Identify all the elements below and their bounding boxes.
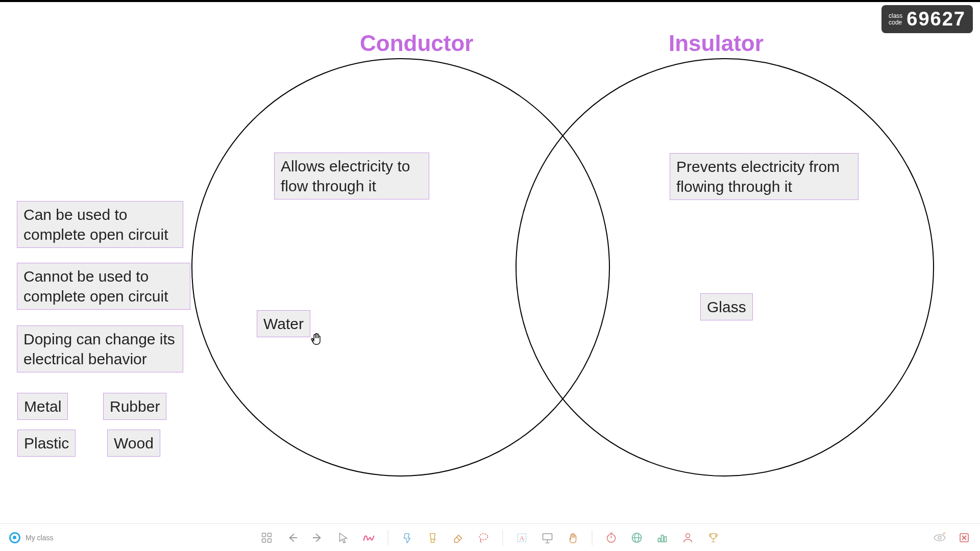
- svg-line-22: [943, 533, 945, 534]
- eraser-icon[interactable]: [452, 531, 465, 544]
- svg-rect-1: [268, 533, 272, 537]
- toolbar-separator: [388, 530, 388, 545]
- card-wood[interactable]: Wood: [107, 430, 160, 457]
- svg-point-5: [480, 534, 488, 540]
- arrow-right-icon[interactable]: [311, 531, 325, 544]
- toolbar-right: [933, 531, 971, 544]
- trophy-icon[interactable]: [707, 531, 720, 544]
- arrow-left-icon[interactable]: [286, 531, 299, 544]
- bottom-toolbar: My class A: [0, 523, 980, 551]
- svg-point-21: [938, 536, 941, 539]
- svg-rect-2: [262, 539, 266, 542]
- svg-rect-18: [662, 535, 664, 542]
- svg-rect-0: [262, 533, 266, 537]
- svg-line-4: [457, 537, 460, 540]
- class-code-badge[interactable]: class code 69627: [881, 5, 973, 33]
- toolbar-separator: [503, 530, 503, 545]
- card-prevents-electricity[interactable]: Prevents electricity from flowing throug…: [670, 153, 859, 200]
- venn-right-title: Insulator: [669, 31, 764, 56]
- class-code-label: class code: [889, 13, 902, 26]
- toolbar-separator: [592, 530, 593, 545]
- presentation-icon[interactable]: [541, 531, 554, 544]
- toolbar-left: My class: [9, 532, 53, 543]
- svg-rect-17: [658, 538, 660, 542]
- class-code-value: 69627: [906, 8, 966, 30]
- close-panel-icon[interactable]: [958, 531, 971, 544]
- text-box-icon[interactable]: A: [516, 531, 529, 544]
- eye-icon[interactable]: [933, 531, 946, 544]
- card-metal[interactable]: Metal: [17, 393, 68, 420]
- svg-rect-8: [543, 534, 552, 540]
- svg-text:A: A: [520, 534, 525, 542]
- card-plastic[interactable]: Plastic: [17, 430, 76, 457]
- card-glass[interactable]: Glass: [700, 293, 753, 320]
- highlighter2-icon[interactable]: [426, 531, 439, 544]
- card-cannot-complete[interactable]: Cannot be used to complete open circuit: [17, 263, 190, 310]
- class-label[interactable]: My class: [26, 534, 53, 542]
- user-icon[interactable]: [681, 531, 695, 544]
- card-rubber[interactable]: Rubber: [103, 393, 166, 420]
- app-logo-icon[interactable]: [9, 532, 20, 543]
- card-doping[interactable]: Doping can change its electrical behavio…: [17, 325, 183, 372]
- highlighter-icon[interactable]: [401, 531, 414, 544]
- pointer-icon[interactable]: [337, 531, 350, 544]
- globe-icon[interactable]: [630, 531, 644, 544]
- venn-right-circle: [516, 58, 934, 477]
- top-border: [0, 0, 980, 2]
- grid-icon[interactable]: [260, 531, 274, 544]
- scribble-icon[interactable]: [362, 531, 376, 544]
- chart-icon[interactable]: [656, 531, 669, 544]
- grab-cursor-icon: [310, 332, 323, 345]
- venn-left-title: Conductor: [360, 31, 473, 56]
- svg-rect-19: [665, 537, 667, 542]
- lasso-icon[interactable]: [477, 531, 491, 544]
- card-allows-electricity[interactable]: Allows electricity to flow through it: [274, 153, 429, 199]
- toolbar-center: A: [260, 530, 720, 545]
- card-water[interactable]: Water: [257, 310, 310, 337]
- card-can-complete[interactable]: Can be used to complete open circuit: [17, 201, 183, 248]
- hand-icon[interactable]: [567, 531, 580, 544]
- svg-rect-3: [268, 539, 272, 542]
- svg-point-20: [686, 534, 690, 538]
- timer-icon[interactable]: [605, 531, 618, 544]
